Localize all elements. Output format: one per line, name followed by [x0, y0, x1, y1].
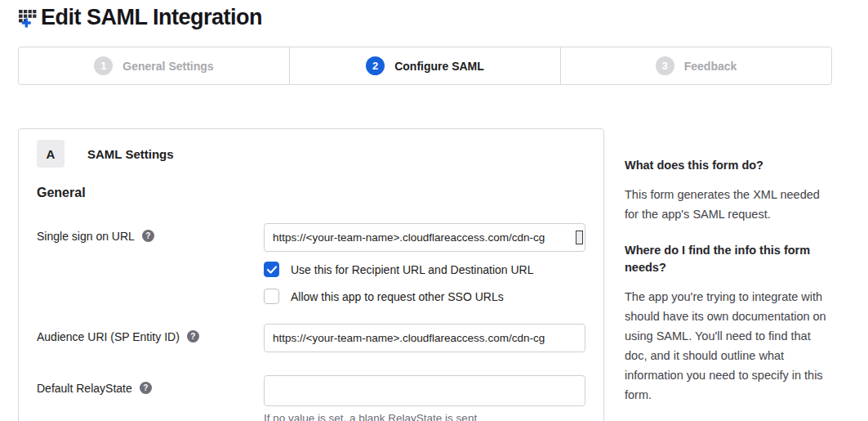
other-sso-checkbox-label[interactable]: Allow this app to request other SSO URLs [291, 290, 504, 303]
sidebar-para-where: The app you're trying to integrate with … [625, 287, 830, 405]
sidebar-para-what: This form generates the XML needed for t… [625, 185, 830, 224]
app-grid-plus-icon [16, 7, 38, 29]
sso-url-help-icon[interactable]: ? [142, 230, 154, 242]
recipient-url-checkbox-label[interactable]: Use this for Recipient URL and Destinati… [291, 263, 534, 276]
relay-state-row: Default RelayState ? If no value is set,… [37, 375, 585, 421]
section-a-badge: A [37, 140, 65, 168]
page-header: Edit SAML Integration [16, 5, 262, 30]
audience-uri-input[interactable] [264, 324, 585, 352]
saml-settings-panel: A SAML Settings General Single sign on U… [18, 128, 604, 421]
other-sso-checkbox-row: Allow this app to request other SSO URLs [264, 289, 585, 304]
audience-uri-label: Audience URI (SP Entity ID) [37, 329, 180, 344]
panel-header: A SAML Settings [37, 140, 585, 168]
recipient-url-checkbox-row: Use this for Recipient URL and Destinati… [264, 262, 585, 277]
page-title: Edit SAML Integration [41, 5, 262, 30]
audience-uri-help-icon[interactable]: ? [187, 330, 199, 343]
general-heading: General [37, 186, 585, 200]
audience-uri-label-col: Audience URI (SP Entity ID) ? [37, 324, 264, 352]
step-2-label: Configure SAML [394, 60, 484, 73]
edit-saml-integration-page: Edit SAML Integration 1 General Settings… [0, 0, 868, 421]
step-feedback[interactable]: 3 Feedback [560, 47, 831, 84]
other-sso-checkbox[interactable] [264, 289, 279, 304]
step-configure-saml[interactable]: 2 Configure SAML [289, 47, 560, 84]
sso-url-input[interactable] [264, 223, 585, 252]
sidebar-heading-where: Where do I find the info this form needs… [625, 242, 830, 276]
step-general-settings[interactable]: 1 General Settings [19, 47, 289, 84]
sidebar-heading-what: What does this form do? [625, 157, 830, 174]
recipient-url-checkbox[interactable] [264, 262, 279, 277]
step-3-circle: 3 [656, 56, 674, 75]
step-2-circle: 2 [366, 56, 385, 75]
relay-state-label: Default RelayState [37, 381, 132, 396]
sso-url-label: Single sign on URL [37, 229, 135, 244]
relay-state-controls: If no value is set, a blank RelayState i… [264, 375, 585, 421]
audience-uri-controls [264, 324, 585, 352]
audience-uri-row: Audience URI (SP Entity ID) ? [37, 324, 585, 352]
relay-state-helper-text: If no value is set, a blank RelayState i… [264, 412, 585, 421]
text-cursor [576, 231, 583, 244]
step-1-circle: 1 [94, 56, 113, 75]
relay-state-help-icon[interactable]: ? [140, 382, 152, 394]
sso-url-label-col: Single sign on URL ? [37, 223, 264, 304]
checkmark-icon [267, 266, 277, 274]
step-1-label: General Settings [122, 60, 213, 73]
step-3-label: Feedback [684, 60, 737, 73]
help-sidebar: What does this form do? This form genera… [625, 157, 830, 405]
sso-url-row: Single sign on URL ? Use this for Recipi… [37, 223, 585, 304]
wizard-steps: 1 General Settings 2 Configure SAML 3 Fe… [18, 47, 832, 85]
sso-url-controls: Use this for Recipient URL and Destinati… [264, 223, 585, 304]
relay-state-label-col: Default RelayState ? [37, 375, 264, 421]
relay-state-input[interactable] [264, 375, 585, 406]
section-title: SAML Settings [87, 147, 174, 161]
